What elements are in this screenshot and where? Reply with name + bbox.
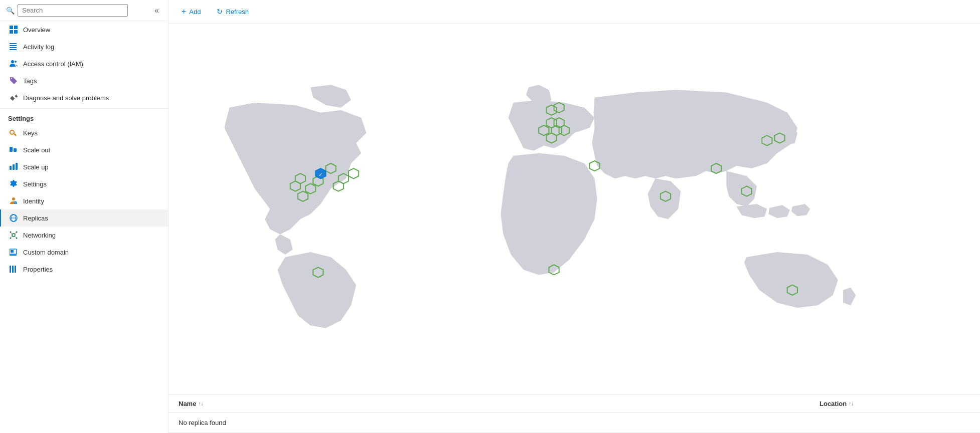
nav-diagnose[interactable]: Diagnose and solve problems <box>0 89 168 106</box>
key-icon <box>9 128 18 137</box>
nav-identity[interactable]: Identity <box>0 192 168 209</box>
nav-scale-out[interactable]: Scale out <box>0 141 168 158</box>
refresh-icon: ↻ <box>217 8 223 16</box>
svg-rect-34 <box>12 266 14 273</box>
keys-label: Keys <box>23 129 38 137</box>
list-icon <box>9 42 18 51</box>
svg-point-8 <box>11 60 14 63</box>
nav-replicas[interactable]: Replicas <box>0 209 168 227</box>
svg-point-21 <box>12 234 15 237</box>
empty-message: No replica found <box>169 413 980 433</box>
replicas-icon <box>9 213 18 223</box>
diagnose-label: Diagnose and solve problems <box>23 94 109 102</box>
column-location[interactable]: Location ↑↓ <box>820 400 970 407</box>
add-icon: + <box>182 7 186 16</box>
svg-point-9 <box>15 61 17 63</box>
name-column-label: Name <box>179 400 196 407</box>
svg-rect-14 <box>10 166 12 170</box>
refresh-button[interactable]: ↻ Refresh <box>214 6 252 18</box>
svg-point-23 <box>16 232 18 233</box>
search-input[interactable] <box>18 4 128 17</box>
svg-point-22 <box>10 232 12 233</box>
svg-marker-45 <box>349 168 359 178</box>
svg-rect-0 <box>10 26 13 29</box>
refresh-label: Refresh <box>226 8 249 16</box>
identity-label: Identity <box>23 197 44 205</box>
add-label: Add <box>189 8 201 16</box>
toolbar: + Add ↻ Refresh <box>169 0 980 24</box>
scale-up-label: Scale up <box>23 163 49 171</box>
settings-section-header: Settings <box>0 108 168 124</box>
nav-settings[interactable]: Settings <box>0 175 168 192</box>
properties-label: Properties <box>23 266 53 273</box>
identity-icon <box>9 196 18 205</box>
search-icon: 🔍 <box>6 7 15 15</box>
nav-scale-up[interactable]: Scale up <box>0 158 168 175</box>
svg-rect-11 <box>10 147 13 152</box>
gear-icon <box>9 179 18 188</box>
svg-rect-31 <box>11 250 14 253</box>
scale-out-label: Scale out <box>23 146 50 154</box>
svg-text:✓: ✓ <box>318 172 322 177</box>
svg-rect-35 <box>15 266 16 273</box>
svg-line-27 <box>15 233 16 234</box>
world-map: ✓ <box>169 24 980 394</box>
svg-rect-1 <box>14 26 18 29</box>
svg-rect-3 <box>14 30 18 34</box>
nav-networking[interactable]: Networking <box>0 227 168 244</box>
svg-rect-16 <box>16 163 18 170</box>
svg-point-24 <box>10 238 12 239</box>
people-icon <box>9 59 18 68</box>
location-column-label: Location <box>820 400 847 407</box>
nav-overview[interactable]: Overview <box>0 21 168 38</box>
replicas-label: Replicas <box>23 214 48 222</box>
svg-rect-5 <box>10 45 17 46</box>
domain-icon <box>9 248 18 257</box>
svg-line-28 <box>12 237 13 238</box>
sidebar: 🔍 « Overview Activity log Access control… <box>0 0 169 433</box>
column-name[interactable]: Name ↑↓ <box>179 400 820 407</box>
access-control-label: Access control (IAM) <box>23 60 83 68</box>
nav-tags[interactable]: Tags <box>0 72 168 89</box>
table-header: Name ↑↓ Location ↑↓ <box>169 395 980 413</box>
location-sort-icon[interactable]: ↑↓ <box>849 401 854 406</box>
svg-rect-2 <box>10 30 13 34</box>
activity-log-label: Activity log <box>23 43 54 51</box>
scaleout-icon <box>9 145 18 154</box>
nav-keys[interactable]: Keys <box>0 124 168 141</box>
wrench-icon <box>9 93 18 102</box>
nav-properties[interactable]: Properties <box>0 261 168 278</box>
svg-rect-6 <box>10 47 17 48</box>
svg-rect-4 <box>10 43 17 44</box>
grid-icon <box>9 25 18 34</box>
search-bar: 🔍 « <box>0 0 168 21</box>
properties-icon <box>9 265 18 274</box>
collapse-button[interactable]: « <box>151 5 162 16</box>
tags-label: Tags <box>23 77 37 85</box>
svg-rect-7 <box>10 49 17 50</box>
nav-custom-domain[interactable]: Custom domain <box>0 244 168 261</box>
networking-label: Networking <box>23 232 56 239</box>
replicas-table: Name ↑↓ Location ↑↓ No replica found <box>169 394 980 433</box>
custom-domain-label: Custom domain <box>23 249 69 256</box>
tag-icon <box>9 76 18 85</box>
main-content: + Add ↻ Refresh <box>169 0 980 433</box>
overview-label: Overview <box>23 26 50 34</box>
svg-line-29 <box>15 237 16 238</box>
networking-icon <box>9 231 18 240</box>
nav-access-control[interactable]: Access control (IAM) <box>0 55 168 72</box>
svg-rect-12 <box>14 148 17 152</box>
svg-rect-33 <box>10 266 11 273</box>
add-button[interactable]: + Add <box>179 5 204 18</box>
svg-point-25 <box>16 238 18 239</box>
svg-rect-15 <box>13 164 15 170</box>
nav-activity-log[interactable]: Activity log <box>0 38 168 55</box>
svg-point-10 <box>10 130 14 134</box>
settings-label: Settings <box>23 180 47 188</box>
scaleup-icon <box>9 162 18 171</box>
name-sort-icon[interactable]: ↑↓ <box>198 401 203 406</box>
svg-line-26 <box>12 233 13 234</box>
